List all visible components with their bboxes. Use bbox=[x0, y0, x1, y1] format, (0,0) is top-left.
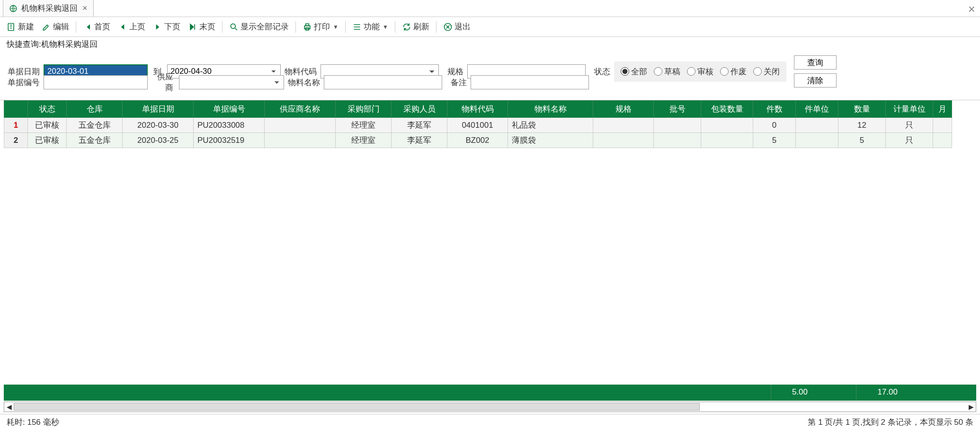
status-close-radio[interactable]: 关闭 bbox=[753, 66, 780, 77]
col-month[interactable]: 月 bbox=[933, 101, 952, 118]
material-name-input[interactable] bbox=[324, 75, 442, 89]
col-status[interactable]: 状态 bbox=[28, 101, 67, 118]
chevron-down-icon: ▼ bbox=[333, 24, 339, 30]
col-matcode[interactable]: 物料代码 bbox=[447, 101, 508, 118]
toolbar: 新建 编辑 首页 上页 下页 末页 显示全部记录 打印 ▼ 功能 ▼ 刷新 bbox=[0, 17, 980, 37]
cell[interactable] bbox=[654, 133, 701, 148]
cell[interactable] bbox=[265, 133, 336, 148]
function-button[interactable]: 功能 ▼ bbox=[349, 19, 391, 34]
edit-button[interactable]: 编辑 bbox=[39, 19, 72, 34]
separator bbox=[76, 21, 76, 33]
cell[interactable]: 2 bbox=[4, 133, 28, 148]
horizontal-scrollbar[interactable]: ◀ ▶ bbox=[4, 402, 976, 412]
col-person[interactable]: 采购人员 bbox=[392, 101, 447, 118]
next-page-button[interactable]: 下页 bbox=[150, 19, 183, 34]
cell[interactable] bbox=[593, 133, 654, 148]
scroll-thumb[interactable] bbox=[14, 403, 700, 411]
cell[interactable]: 薄膜袋 bbox=[508, 133, 593, 148]
cell[interactable]: 2020-03-30 bbox=[123, 118, 194, 133]
col-rownum[interactable] bbox=[4, 101, 28, 118]
show-all-button[interactable]: 显示全部记录 bbox=[226, 19, 292, 34]
col-supplier[interactable]: 供应商名称 bbox=[265, 101, 336, 118]
cell[interactable]: PU20033008 bbox=[194, 118, 265, 133]
cell[interactable]: 五金仓库 bbox=[67, 133, 123, 148]
remark-input[interactable] bbox=[471, 75, 589, 89]
table-row[interactable]: 1已审核五金仓库2020-03-30PU20033008经理室李延军040100… bbox=[4, 118, 952, 133]
col-date[interactable]: 单据日期 bbox=[123, 101, 194, 118]
status-all-radio[interactable]: 全部 bbox=[621, 66, 647, 77]
cell[interactable]: 经理室 bbox=[336, 118, 392, 133]
col-packqty[interactable]: 包装数量 bbox=[701, 101, 753, 118]
new-button[interactable]: 新建 bbox=[4, 19, 37, 34]
status-bar: 耗时: 156 毫秒 第 1 页/共 1 页,找到 2 条记录，本页显示 50 … bbox=[0, 414, 980, 430]
col-warehouse[interactable]: 仓库 bbox=[67, 101, 123, 118]
tab-active[interactable]: 机物料采购退回 × bbox=[3, 0, 94, 17]
status-draft-radio[interactable]: 草稿 bbox=[654, 66, 680, 77]
cell[interactable] bbox=[933, 118, 952, 133]
col-spec[interactable]: 规格 bbox=[593, 101, 654, 118]
cell[interactable]: 只 bbox=[886, 118, 933, 133]
doc-no-input[interactable] bbox=[44, 75, 148, 89]
cell[interactable]: 0 bbox=[753, 118, 796, 133]
col-matname[interactable]: 物料名称 bbox=[508, 101, 593, 118]
col-docno[interactable]: 单据编号 bbox=[194, 101, 265, 118]
cell[interactable] bbox=[933, 133, 952, 148]
summary-pieces: 5.00 bbox=[771, 385, 813, 401]
supplier-input[interactable] bbox=[179, 75, 284, 89]
col-unit[interactable]: 计量单位 bbox=[886, 101, 933, 118]
cell[interactable]: 12 bbox=[838, 118, 886, 133]
cell[interactable]: 只 bbox=[886, 133, 933, 148]
cell[interactable]: 2020-03-25 bbox=[123, 133, 194, 148]
exit-button[interactable]: 退出 bbox=[440, 19, 473, 34]
scroll-left-icon[interactable]: ◀ bbox=[4, 402, 14, 412]
svg-rect-4 bbox=[306, 24, 309, 26]
cell[interactable] bbox=[796, 118, 838, 133]
cell[interactable]: 李延军 bbox=[392, 133, 447, 148]
cell[interactable] bbox=[701, 118, 753, 133]
exit-icon bbox=[443, 22, 453, 32]
col-pieceunit[interactable]: 件单位 bbox=[796, 101, 838, 118]
last-page-button[interactable]: 末页 bbox=[185, 19, 218, 34]
edit-icon bbox=[42, 22, 51, 32]
radio-label: 草稿 bbox=[664, 66, 680, 77]
cell[interactable]: 1 bbox=[4, 118, 28, 133]
scroll-right-icon[interactable]: ▶ bbox=[966, 402, 976, 412]
status-void-radio[interactable]: 作废 bbox=[720, 66, 747, 77]
status-audit-radio[interactable]: 审核 bbox=[687, 66, 713, 77]
cell[interactable]: 已审核 bbox=[28, 133, 67, 148]
cell[interactable]: 5 bbox=[753, 133, 796, 148]
toolbar-label: 首页 bbox=[94, 21, 110, 32]
cell[interactable]: 经理室 bbox=[336, 133, 392, 148]
cell[interactable]: 5 bbox=[838, 133, 886, 148]
first-page-button[interactable]: 首页 bbox=[80, 19, 113, 34]
cell[interactable]: BZ002 bbox=[447, 133, 508, 148]
col-dept[interactable]: 采购部门 bbox=[336, 101, 392, 118]
toolbar-label: 末页 bbox=[199, 21, 215, 32]
col-batch[interactable]: 批号 bbox=[654, 101, 701, 118]
cell[interactable] bbox=[796, 133, 838, 148]
cell[interactable]: 0401001 bbox=[447, 118, 508, 133]
window-close-icon[interactable]: × bbox=[968, 2, 975, 17]
close-icon[interactable]: × bbox=[81, 3, 89, 13]
cell[interactable]: 李延军 bbox=[392, 118, 447, 133]
cell[interactable]: 礼品袋 bbox=[508, 118, 593, 133]
cell[interactable]: 五金仓库 bbox=[67, 118, 123, 133]
prev-page-button[interactable]: 上页 bbox=[115, 19, 148, 34]
summary-qty: 17.00 bbox=[856, 385, 903, 401]
cell[interactable] bbox=[593, 118, 654, 133]
cell[interactable]: PU20032519 bbox=[194, 133, 265, 148]
cell[interactable] bbox=[265, 118, 336, 133]
col-pieces[interactable]: 件数 bbox=[753, 101, 796, 118]
print-button[interactable]: 打印 ▼ bbox=[300, 19, 341, 34]
tab-bar: 机物料采购退回 × × bbox=[0, 0, 980, 17]
scroll-track[interactable] bbox=[14, 402, 966, 412]
refresh-button[interactable]: 刷新 bbox=[399, 19, 432, 34]
cell[interactable]: 已审核 bbox=[28, 118, 67, 133]
next-icon bbox=[153, 22, 162, 32]
cell[interactable] bbox=[701, 133, 753, 148]
query-button[interactable]: 查询 bbox=[794, 55, 837, 70]
col-qty[interactable]: 数量 bbox=[838, 101, 886, 118]
remark-label: 备注 bbox=[445, 77, 468, 88]
cell[interactable] bbox=[654, 118, 701, 133]
table-row[interactable]: 2已审核五金仓库2020-03-25PU20032519经理室李延军BZ002薄… bbox=[4, 133, 952, 148]
